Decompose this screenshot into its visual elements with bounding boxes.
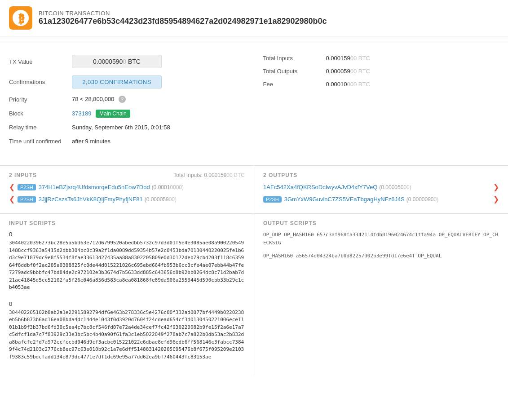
confirmations-label: Confirmations xyxy=(9,79,72,85)
tx-value-number: 0.0000590 xyxy=(93,58,123,65)
input-scripts-section: INPUT SCRIPTS 0 30440220396273bc28e5a5bd… xyxy=(0,214,254,376)
input-arrow-1[interactable]: ❮ xyxy=(9,195,15,203)
relay-time-value: Sunday, September 6th 2015, 0:01:58 xyxy=(72,124,245,131)
block-number-link[interactable]: 373189 xyxy=(72,110,91,117)
priority-row: Priority 78 < 28,800,000 ? xyxy=(9,96,245,103)
inputs-header: 2 INPUTS Total Inputs: 0.00015900 BTC xyxy=(9,172,245,183)
script-text-0: 30440220396273bc28e5a5bd63e712d6799520ab… xyxy=(9,239,245,292)
transaction-id: 61a123026477e6b53c4423d23fd85954894627a2… xyxy=(39,17,327,26)
input-script-1: 0 304402205102b8ab2a1e22915892794df6e463… xyxy=(9,301,245,361)
input-script-0: 0 30440220396273bc28e5a5bd63e712d6799520… xyxy=(9,231,245,292)
output-address-1[interactable]: 3GmYxW9GuvinC7ZS5VEaTbgagHyNFz6J4S xyxy=(284,196,405,203)
input-row-0: ❮ P2SH 374H1eBZjsrq4UfdsmorqeEdu5nEow7Do… xyxy=(9,183,245,191)
outputs-title: 2 OUTPUTS xyxy=(263,172,499,178)
output-script-0: OP_DUP OP_HASH160 657c3af968fa3342114fdb… xyxy=(263,231,499,247)
fee-label: Fee xyxy=(263,81,326,88)
output-arrow-0[interactable]: ❯ xyxy=(493,183,499,191)
output-scripts-title: OUTPUT SCRIPTS xyxy=(263,220,499,226)
tx-value-row: TX Value 0.00005900 BTC xyxy=(9,55,245,68)
outputs-section: 2 OUTPUTS 1AFc542Xa4fQKRSoDcIwyvAJvD4xfY… xyxy=(254,166,508,213)
block-value: 373189 Main Chain xyxy=(72,110,245,117)
total-inputs-row: Total Inputs 0.00015900 BTC xyxy=(263,55,499,62)
fee-row: Fee 0.00010000 BTC xyxy=(263,81,499,88)
total-outputs-label: Total Outputs xyxy=(263,68,326,75)
block-row: Block 373189 Main Chain xyxy=(9,110,245,117)
inputs-title: 2 INPUTS xyxy=(9,172,173,178)
block-label: Block xyxy=(9,110,72,117)
main-chain-badge: Main Chain xyxy=(96,110,130,118)
header: BITCOIN TRANSACTION 61a123026477e6b53c44… xyxy=(0,0,508,41)
tx-value-dim: 0 xyxy=(123,58,126,65)
output-badge-1: P2SH xyxy=(263,196,282,203)
tx-value-box: 0.00005900 BTC xyxy=(72,55,162,68)
script-index-0: 0 xyxy=(9,231,245,238)
confirmations-row: Confirmations 2,030 CONFIRMATIONS xyxy=(9,75,245,88)
scripts-section: INPUT SCRIPTS 0 30440220396273bc28e5a5bd… xyxy=(0,213,508,376)
total-inputs-label: Total Inputs xyxy=(263,55,326,62)
output-scripts-section: OUTPUT SCRIPTS OP_DUP OP_HASH160 657c3af… xyxy=(254,214,508,376)
input-address-0[interactable]: 374H1eBZjsrq4UfdsmorqeEdu5nEow7Dod xyxy=(39,184,150,190)
relay-time-label: Relay time xyxy=(9,124,72,131)
time-confirmed-value: after 9 minutes xyxy=(72,138,245,145)
output-address-0[interactable]: 1AFc542Xa4fQKRSoDcIwyvAJvD4xfY7VeQ xyxy=(263,184,377,190)
inputs-subtitle: Total Inputs: 0.00015900 BTC xyxy=(173,172,245,178)
total-outputs-row: Total Outputs 0.00005900 BTC xyxy=(263,68,499,75)
priority-label: Priority xyxy=(9,96,72,103)
confirmations-box: 2,030 CONFIRMATIONS xyxy=(72,75,162,88)
priority-help-icon[interactable]: ? xyxy=(119,96,126,103)
info-right: Total Inputs 0.00015900 BTC Total Output… xyxy=(263,55,499,152)
input-amount-1: (0.00005900) xyxy=(145,196,177,203)
btc-logo xyxy=(9,6,32,30)
info-grid: TX Value 0.00005900 BTC Confirmations 2,… xyxy=(9,55,499,152)
total-outputs-value: 0.00005900 BTC xyxy=(326,68,370,75)
script-index-1: 0 xyxy=(9,301,245,307)
input-address-1[interactable]: 3JjjRzCszsTs6JhVkK8QIjFmyPhyfjNF81 xyxy=(39,196,143,203)
relay-time-row: Relay time Sunday, September 6th 2015, 0… xyxy=(9,124,245,131)
time-confirmed-label: Time until confirmed xyxy=(9,138,72,145)
output-row-1: P2SH 3GmYxW9GuvinC7ZS5VEaTbgagHyNFz6J4S … xyxy=(263,195,499,203)
tx-value-box-container: 0.00005900 BTC xyxy=(72,55,245,68)
io-section: 2 INPUTS Total Inputs: 0.00015900 BTC ❮ … xyxy=(0,165,508,213)
output-amount-1: (0.00000900) xyxy=(406,196,438,203)
page-title: BITCOIN TRANSACTION xyxy=(39,10,327,17)
input-row-1: ❮ P2SH 3JjjRzCszsTs6JhVkK8QIjFmyPhyfjNF8… xyxy=(9,195,245,203)
main-content: TX Value 0.00005900 BTC Confirmations 2,… xyxy=(0,46,508,165)
confirmations-box-container: 2,030 CONFIRMATIONS xyxy=(72,75,245,88)
input-badge-0: P2SH xyxy=(18,184,36,190)
info-left: TX Value 0.00005900 BTC Confirmations 2,… xyxy=(9,55,245,152)
input-scripts-title: INPUT SCRIPTS xyxy=(9,220,245,226)
header-text: BITCOIN TRANSACTION 61a123026477e6b53c44… xyxy=(39,10,327,26)
output-amount-0: (0.00005000) xyxy=(379,184,411,190)
priority-value: 78 < 28,800,000 ? xyxy=(72,96,245,103)
input-amount-0: (0.00010000) xyxy=(152,184,184,190)
output-row-0: 1AFc542Xa4fQKRSoDcIwyvAJvD4xfY7VeQ (0.00… xyxy=(263,183,499,191)
time-confirmed-row: Time until confirmed after 9 minutes xyxy=(9,138,245,145)
output-arrow-1[interactable]: ❯ xyxy=(493,195,499,203)
fee-value: 0.00010000 BTC xyxy=(326,81,370,88)
inputs-section: 2 INPUTS Total Inputs: 0.00015900 BTC ❮ … xyxy=(0,166,254,213)
total-inputs-value: 0.00015900 BTC xyxy=(326,55,370,62)
input-badge-1: P2SH xyxy=(18,196,36,203)
script-text-1: 304402205102b8ab2a1e22915892794df6e463b2… xyxy=(9,309,245,361)
output-script-1: OP_HASH160 a56574d04324ba7b0d82257d02b3e… xyxy=(263,252,499,260)
input-arrow-0[interactable]: ❮ xyxy=(9,183,15,191)
tx-value-label: TX Value xyxy=(9,58,72,65)
